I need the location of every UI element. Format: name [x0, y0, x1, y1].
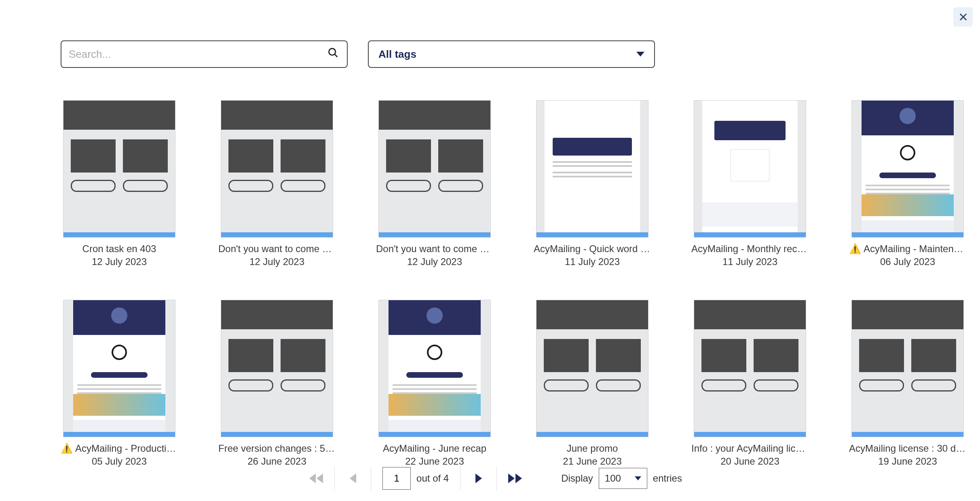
email-card[interactable]: Don't you want to come back...12 July 20… [218, 100, 336, 267]
email-thumbnail [851, 100, 964, 238]
email-card[interactable]: ⚠️AcyMailing - Maintenanc...06 July 2023 [849, 100, 966, 267]
tags-select-label: All tags [378, 48, 416, 61]
email-date: 22 June 2023 [405, 456, 464, 467]
page-total-label: out of 4 [416, 473, 449, 484]
right-icon [475, 474, 482, 483]
email-thumbnail [63, 100, 175, 238]
email-grid: Cron task en 40312 July 2023Don't you wa… [61, 100, 919, 467]
email-card[interactable]: Info : your AcyMailing licens...20 June … [691, 300, 809, 467]
email-date: 12 July 2023 [92, 256, 147, 267]
svg-line-1 [335, 54, 338, 57]
email-card[interactable]: AcyMailing - Quick word fro...11 July 20… [534, 100, 651, 267]
double-right-icon [508, 474, 522, 483]
email-date: 11 July 2023 [722, 256, 777, 267]
pagination: out of 4 Display 100 entries [0, 466, 980, 490]
filter-bar: All tags [61, 40, 919, 68]
search-icon[interactable] [327, 47, 339, 61]
email-title: Cron task en 403 [82, 243, 156, 255]
email-title: Don't you want to come back... [218, 243, 336, 255]
email-thumbnail [63, 300, 175, 437]
page-last-button[interactable] [496, 466, 533, 490]
chevron-down-icon [636, 52, 644, 57]
email-date: 06 July 2023 [880, 256, 935, 267]
entries-label: entries [653, 473, 682, 484]
email-date: 19 June 2023 [878, 456, 937, 467]
email-thumbnail [378, 100, 491, 238]
email-thumbnail [694, 300, 806, 437]
email-date: 20 June 2023 [720, 456, 779, 467]
email-title: Free version changes : 500 e... [218, 443, 336, 454]
email-title: AcyMailing - Monthly recap ... [691, 243, 809, 255]
email-title: June promo [567, 443, 618, 454]
warning-icon: ⚠️ [61, 443, 73, 454]
page-indicator: out of 4 [371, 466, 460, 490]
per-page-value: 100 [605, 473, 621, 484]
chevron-down-icon [635, 476, 641, 480]
email-title: Don't you want to come back? [376, 243, 493, 255]
email-thumbnail [694, 100, 806, 238]
email-card[interactable]: Cron task en 40312 July 2023 [61, 100, 178, 267]
email-title: AcyMailing - June recap [383, 443, 486, 454]
email-thumbnail [536, 100, 648, 238]
double-left-icon [309, 474, 323, 483]
email-card[interactable]: Don't you want to come back?12 July 2023 [376, 100, 493, 267]
email-thumbnail [536, 300, 648, 437]
email-card[interactable]: AcyMailing - June recap22 June 2023 [376, 300, 493, 467]
email-date: 26 June 2023 [247, 456, 306, 467]
warning-icon: ⚠️ [849, 243, 861, 254]
close-button[interactable]: ✕ [953, 7, 973, 27]
email-card[interactable]: AcyMailing - Monthly recap ...11 July 20… [691, 100, 809, 267]
email-date: 05 July 2023 [92, 456, 147, 467]
search-input[interactable] [61, 40, 348, 68]
tags-select[interactable]: All tags [368, 40, 655, 68]
svg-point-0 [329, 48, 336, 55]
email-thumbnail [221, 300, 333, 437]
email-card[interactable]: June promo21 June 2023 [534, 300, 651, 467]
email-title: AcyMailing - Quick word fro... [534, 243, 651, 255]
per-page-select[interactable]: 100 [599, 468, 647, 489]
page-input[interactable] [382, 467, 411, 490]
page-next-button[interactable] [460, 466, 496, 490]
display-label: Display [561, 473, 593, 484]
email-title: Info : your AcyMailing licens... [691, 443, 809, 454]
email-card[interactable]: AcyMailing license : 30 days l...19 June… [849, 300, 966, 467]
email-thumbnail [378, 300, 491, 437]
email-title: AcyMailing license : 30 days l... [849, 443, 966, 454]
email-date: 21 June 2023 [563, 456, 621, 467]
left-icon [350, 474, 356, 483]
search-wrap [61, 40, 348, 68]
email-date: 12 July 2023 [407, 256, 462, 267]
email-date: 11 July 2023 [565, 256, 620, 267]
email-card[interactable]: ⚠️AcyMailing - Production ...05 July 202… [61, 300, 178, 467]
close-icon: ✕ [958, 10, 968, 24]
email-title: ⚠️AcyMailing - Production ... [61, 443, 178, 454]
email-date: 12 July 2023 [249, 256, 304, 267]
email-thumbnail [221, 100, 333, 238]
email-card[interactable]: Free version changes : 500 e...26 June 2… [218, 300, 336, 467]
page-first-button[interactable] [298, 466, 334, 490]
email-thumbnail [851, 300, 964, 437]
page-prev-button[interactable] [334, 466, 371, 490]
email-title: ⚠️AcyMailing - Maintenanc... [849, 243, 966, 255]
